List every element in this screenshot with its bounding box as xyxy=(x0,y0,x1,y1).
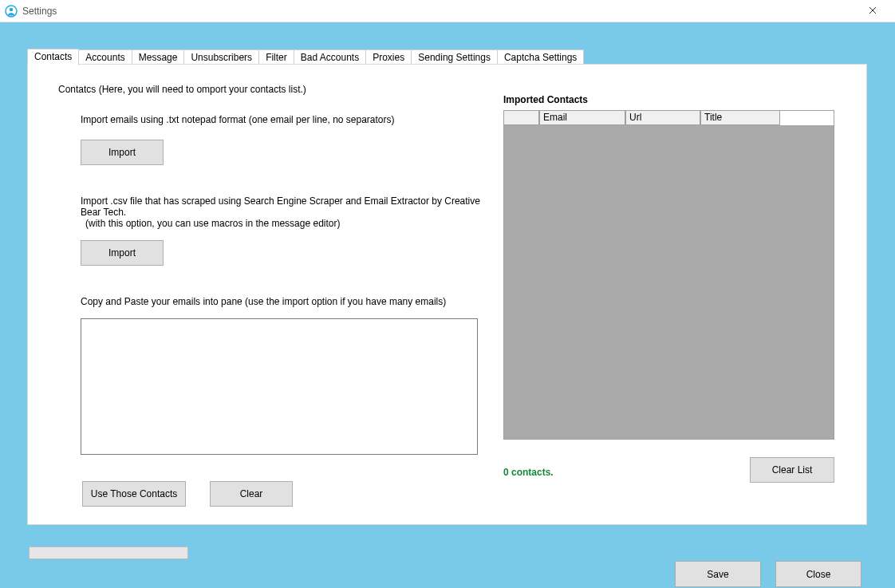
right-column: Imported Contacts Email Url Title 0 cont… xyxy=(503,94,846,483)
imported-contacts-title: Imported Contacts xyxy=(503,94,846,105)
contacts-count-status: 0 contacts. xyxy=(503,467,554,478)
window-titlebar: Settings xyxy=(0,0,895,22)
left-column: Contatcs (Here, you will need to omport … xyxy=(58,84,489,507)
import-csv-button[interactable]: Import xyxy=(81,240,164,266)
emails-textarea[interactable] xyxy=(81,318,478,455)
paste-section: Copy and Paste your emails into pane (us… xyxy=(81,296,489,457)
import-txt-section: Import emails using .txt notepad format … xyxy=(81,114,489,165)
close-icon xyxy=(869,6,877,17)
grid-header-email[interactable]: Email xyxy=(539,111,625,125)
import-csv-section: Import .csv file that has scraped using … xyxy=(81,195,489,266)
app-icon xyxy=(5,5,18,18)
contacts-heading: Contatcs (Here, you will need to omport … xyxy=(58,84,489,95)
left-action-row: Use Those Contacts Clear xyxy=(82,481,489,507)
tabs-strip: Contacts Accounts Message Unsubscribers … xyxy=(27,49,583,65)
client-area: Contacts Accounts Message Unsubscribers … xyxy=(0,22,895,588)
grid-header-rowheader[interactable] xyxy=(504,111,539,125)
paste-desc: Copy and Paste your emails into pane (us… xyxy=(81,296,489,307)
use-those-contacts-button[interactable]: Use Those Contacts xyxy=(82,481,186,507)
svg-point-1 xyxy=(10,7,13,10)
import-txt-desc: Import emails using .txt notepad format … xyxy=(81,114,489,125)
tab-contacts[interactable]: Contacts xyxy=(27,49,79,65)
window-close-button[interactable] xyxy=(857,2,889,20)
import-csv-desc-line2: (with this option, you can use macros in… xyxy=(85,218,489,229)
contacts-grid[interactable]: Email Url Title xyxy=(503,110,834,440)
save-button[interactable]: Save xyxy=(675,561,761,587)
clear-textarea-button[interactable]: Clear xyxy=(210,481,293,507)
grid-header-url[interactable]: Url xyxy=(625,111,700,125)
titlebar-left: Settings xyxy=(5,5,57,18)
grid-header-row: Email Url Title xyxy=(504,111,834,125)
import-csv-desc-line1: Import .csv file that has scraped using … xyxy=(81,195,489,218)
content-panel: Contatcs (Here, you will need to omport … xyxy=(27,64,867,525)
grid-body xyxy=(504,125,834,439)
footer-buttons: Save Close xyxy=(675,561,861,587)
import-txt-button[interactable]: Import xyxy=(81,140,164,165)
close-button[interactable]: Close xyxy=(775,561,861,587)
clear-list-button[interactable]: Clear List xyxy=(750,457,834,483)
progress-bar xyxy=(29,547,188,559)
grid-header-title[interactable]: Title xyxy=(700,111,780,125)
window-title: Settings xyxy=(22,6,57,17)
